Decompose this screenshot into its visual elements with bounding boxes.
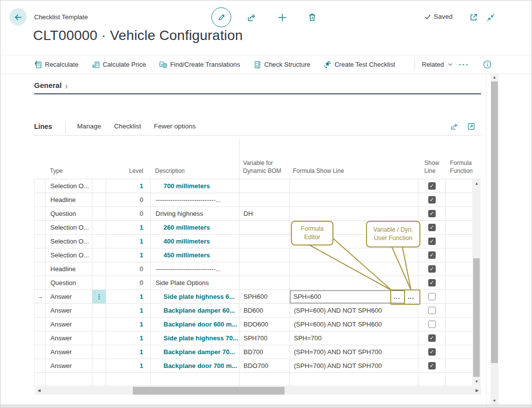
cell-formula-show-line[interactable]: SPH=600...... — [290, 290, 418, 303]
cell-show-line[interactable]: ✓ — [418, 248, 446, 262]
show-line-checkbox-unchecked[interactable] — [428, 307, 436, 314]
cell-show-line[interactable]: ✓ — [418, 331, 446, 345]
page-vertical-scrollbar[interactable]: ▲ ▼ — [491, 73, 498, 406]
col-header-description[interactable]: Description — [155, 167, 185, 175]
show-line-checkbox-unchecked[interactable] — [428, 293, 436, 300]
cell-formula-function[interactable] — [446, 221, 473, 234]
col-header-show-line[interactable]: Show Line — [424, 159, 439, 175]
row-selection-marker[interactable] — [35, 179, 45, 193]
cell-formula-function[interactable] — [446, 248, 473, 262]
cell-description[interactable]: Backplane door 700 m... — [151, 359, 240, 372]
row-selection-marker[interactable] — [35, 318, 45, 331]
cell-formula-show-line[interactable] — [290, 276, 418, 289]
cell-type[interactable]: Headline — [45, 262, 92, 276]
cell-row-menu[interactable] — [92, 193, 106, 206]
share-lines-button[interactable] — [450, 122, 459, 131]
cell-formula-function[interactable] — [446, 359, 473, 372]
show-line-checkbox-checked[interactable]: ✓ — [428, 251, 436, 259]
cell-formula-function[interactable] — [446, 207, 473, 220]
page-scroll-up-arrow[interactable]: ▲ — [492, 76, 496, 80]
cell-level[interactable]: 0 — [106, 193, 151, 206]
cell-type[interactable]: Headline — [45, 193, 92, 206]
row-selection-marker[interactable] — [35, 304, 45, 317]
cell-formula-function[interactable] — [446, 262, 473, 276]
show-line-checkbox-checked[interactable]: ✓ — [428, 182, 436, 190]
grid-vertical-scrollbar[interactable]: ▲ ▼ — [472, 179, 481, 386]
col-header-variable[interactable]: Variable for Dynamic BOM — [243, 159, 281, 175]
cell-level[interactable]: 1 — [106, 304, 151, 317]
info-button[interactable] — [483, 60, 492, 69]
grid-row[interactable]: Question0Side Plate Options✓ — [35, 276, 473, 290]
related-menu-button[interactable]: Related — [422, 55, 453, 74]
cell-row-menu[interactable] — [92, 304, 106, 317]
cell-formula-function[interactable] — [446, 304, 473, 317]
grid-row[interactable]: Answer1Backplane door 700 m...BDO700(SPH… — [35, 359, 473, 373]
cell-row-menu[interactable] — [92, 276, 106, 289]
lines-menu-fewer-options[interactable]: Fewer options — [154, 122, 196, 130]
grid-scroll-right-arrow[interactable]: ▶ — [476, 389, 479, 393]
cell-row-menu[interactable] — [92, 331, 106, 345]
page-vscroll-thumb[interactable] — [491, 82, 498, 363]
cell-description[interactable]: Side plate highness 70... — [151, 331, 240, 345]
edit-button[interactable] — [211, 7, 231, 27]
cell-formula-show-line[interactable] — [290, 248, 418, 262]
cell-variable[interactable] — [240, 235, 290, 248]
grid-row[interactable]: Headline0----------------------------...… — [35, 262, 473, 276]
cell-show-line[interactable]: ✓ — [418, 207, 446, 220]
cell-variable[interactable] — [240, 248, 290, 262]
cell-formula-show-line[interactable]: (SPH=600) AND NOT SPH600 — [290, 304, 418, 317]
row-selection-marker[interactable] — [35, 359, 45, 372]
cell-show-line[interactable]: ✓ — [418, 179, 446, 193]
cell-formula-function[interactable] — [446, 193, 473, 206]
show-line-checkbox-checked[interactable]: ✓ — [428, 224, 436, 231]
cell-variable[interactable]: SPH600 — [240, 290, 290, 303]
grid-row[interactable]: Answer1Backplane door 600 m...BDO600(SPH… — [35, 318, 473, 331]
cell-description[interactable]: Driving highness — [151, 207, 240, 220]
cell-variable[interactable] — [240, 221, 290, 234]
cell-show-line[interactable]: ✓ — [418, 221, 446, 234]
cell-show-line[interactable]: ✓ — [418, 359, 446, 372]
show-line-checkbox-checked[interactable]: ✓ — [428, 348, 436, 356]
share-button[interactable] — [246, 11, 257, 23]
grid-row[interactable]: Answer1Side plate highness 70...SPH700SP… — [35, 331, 473, 345]
show-line-checkbox-checked[interactable]: ✓ — [428, 362, 436, 369]
show-line-checkbox-checked[interactable]: ✓ — [428, 334, 436, 342]
cell-variable[interactable] — [240, 179, 290, 193]
cell-formula-function[interactable] — [446, 318, 473, 331]
cell-show-line[interactable] — [418, 304, 446, 317]
show-line-checkbox-checked[interactable]: ✓ — [428, 196, 436, 204]
cell-variable[interactable]: SPH700 — [240, 331, 290, 345]
cell-formula-show-line[interactable] — [290, 179, 418, 193]
grid-row[interactable]: →Answer⋮1Side plate highness 6...SPH600S… — [35, 290, 473, 304]
cell-description[interactable]: 260 millimeters — [151, 221, 240, 234]
show-line-checkbox-checked[interactable]: ✓ — [428, 210, 436, 217]
cell-type[interactable]: Selection O... — [45, 248, 92, 262]
variable-dyn-user-function-button[interactable]: ... — [405, 290, 417, 303]
grid-row[interactable]: Headline0----------------------------...… — [35, 193, 473, 207]
cell-formula-function[interactable] — [446, 290, 473, 303]
cell-formula-show-line[interactable]: SPH=700 — [290, 331, 418, 345]
grid-hscroll-thumb[interactable] — [133, 387, 285, 395]
row-selection-marker[interactable] — [35, 193, 45, 206]
cell-level[interactable]: 1 — [106, 318, 151, 331]
cell-row-menu[interactable] — [92, 221, 106, 234]
collapse-button[interactable] — [485, 12, 496, 23]
grid-row[interactable]: Question0Driving highnessDH✓ — [35, 207, 473, 221]
cell-description[interactable]: ----------------------------... — [151, 262, 240, 276]
action-check-structure[interactable]: Check Structure — [253, 61, 310, 69]
cell-level[interactable]: 1 — [106, 290, 151, 303]
cell-type[interactable]: Answer — [45, 318, 92, 331]
cell-level[interactable]: 0 — [106, 262, 151, 276]
cell-row-menu[interactable]: ⋮ — [92, 290, 106, 303]
grid-scroll-left-arrow[interactable]: ◀ — [38, 389, 41, 393]
cell-formula-function[interactable] — [446, 331, 473, 345]
cell-type[interactable]: Answer — [45, 345, 92, 359]
cell-formula-function[interactable] — [446, 345, 473, 359]
cell-show-line[interactable]: ✓ — [418, 276, 446, 289]
col-header-formula-function[interactable]: Formula Function — [450, 159, 473, 175]
cell-level[interactable]: 1 — [106, 359, 151, 372]
delete-button[interactable] — [306, 11, 318, 23]
grid-horizontal-scrollbar[interactable]: ◀ ▶ — [35, 387, 481, 395]
grid-vscroll-thumb[interactable] — [473, 258, 480, 377]
cell-level[interactable]: 0 — [106, 207, 151, 220]
